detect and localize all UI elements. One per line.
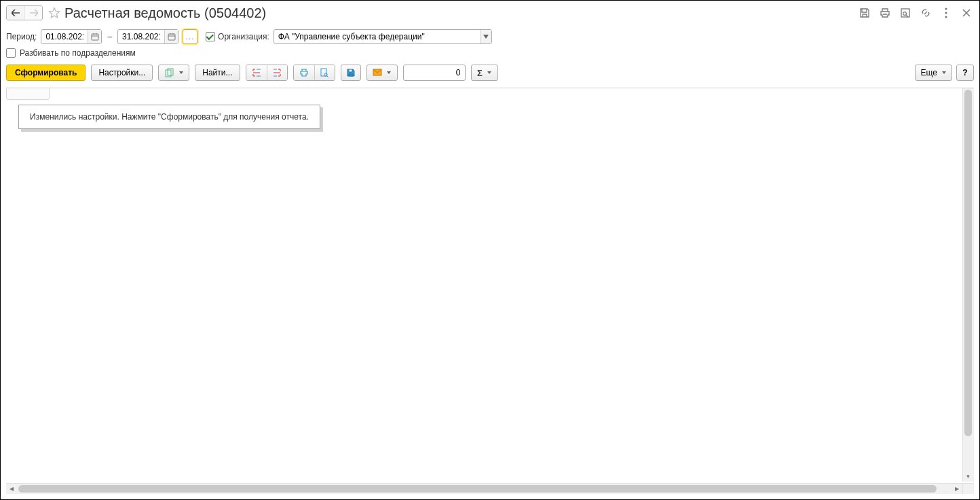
collapse-groups-button[interactable] <box>267 65 287 80</box>
sum-input[interactable] <box>404 65 465 80</box>
period-picker-button[interactable]: ... <box>183 29 197 44</box>
svg-rect-0 <box>901 9 909 17</box>
find-button[interactable]: Найти... <box>195 65 240 81</box>
toolbar-right: Еще ? <box>915 65 974 81</box>
date-to-calendar-icon[interactable] <box>164 30 178 43</box>
save-icon[interactable] <box>857 5 872 20</box>
link-icon[interactable] <box>918 5 933 20</box>
svg-point-3 <box>945 12 947 14</box>
hscroll-left-arrow[interactable]: ◀ <box>6 484 17 494</box>
kebab-menu-icon[interactable] <box>939 5 954 20</box>
date-from-input[interactable] <box>41 30 88 43</box>
expand-groups-button[interactable] <box>246 65 267 80</box>
close-icon[interactable] <box>959 5 974 20</box>
org-checkbox-wrap: Организация: <box>206 32 269 41</box>
nav-forward-button[interactable] <box>24 6 42 20</box>
settings-button[interactable]: Настройки... <box>91 65 153 81</box>
period-label: Период: <box>6 32 37 41</box>
sigma-icon: Σ <box>477 68 483 78</box>
expand-icon <box>252 68 261 77</box>
help-button[interactable]: ? <box>956 65 974 81</box>
sigma-button[interactable]: Σ <box>471 65 498 81</box>
header: Расчетная ведомость (0504402) <box>1 1 979 22</box>
date-separator: – <box>107 32 112 41</box>
svg-point-1 <box>903 12 907 16</box>
regenerate-hint: Изменились настройки. Нажмите "Сформиров… <box>18 105 320 129</box>
expand-collapse-group <box>246 65 288 81</box>
split-row: Разбивать по подразделениям <box>1 48 979 62</box>
toolbar-preview-button[interactable] <box>314 65 335 80</box>
svg-rect-9 <box>321 69 326 76</box>
vscroll-down-arrow[interactable]: ▼ <box>963 471 973 482</box>
more-button[interactable]: Еще <box>915 65 952 81</box>
more-label: Еще <box>921 68 937 77</box>
svg-rect-6 <box>168 34 175 40</box>
vertical-scrollbar[interactable]: ▼ <box>962 88 973 482</box>
preview-icon[interactable] <box>898 5 913 20</box>
favorite-star-icon[interactable] <box>47 5 62 20</box>
chevron-down-icon <box>387 71 391 74</box>
scroll-corner <box>962 483 973 494</box>
copy-icon <box>165 68 174 77</box>
variants-button[interactable] <box>158 65 189 81</box>
sheet-tab-stub[interactable] <box>6 88 50 100</box>
org-label: Организация: <box>218 32 269 41</box>
print-icon <box>299 68 309 77</box>
diskette-icon <box>346 68 356 77</box>
toolbar-save-button[interactable] <box>341 65 361 81</box>
header-actions <box>857 5 974 20</box>
svg-point-4 <box>945 16 947 18</box>
mail-icon <box>373 69 382 77</box>
arrow-right-icon <box>30 10 38 16</box>
svg-point-2 <box>945 7 947 10</box>
hint-text: Изменились настройки. Нажмите "Сформиров… <box>30 112 309 122</box>
toolbar-send-button[interactable] <box>366 65 398 81</box>
chevron-down-icon <box>942 71 946 74</box>
chevron-down-icon <box>179 71 183 74</box>
arrow-left-icon <box>12 10 20 16</box>
org-input[interactable] <box>274 30 480 43</box>
toolbar-print-button[interactable] <box>294 65 314 80</box>
nav-group <box>6 5 43 20</box>
date-from-box <box>41 29 102 44</box>
date-to-input[interactable] <box>118 30 164 43</box>
horizontal-scrollbar[interactable]: ◀ ▶ <box>6 483 962 494</box>
svg-rect-5 <box>92 34 98 40</box>
print-group <box>293 65 335 81</box>
filter-row: Период: – ... Организация: <box>1 22 979 48</box>
chevron-down-icon <box>483 35 489 39</box>
org-checkbox[interactable] <box>206 32 215 41</box>
print-icon[interactable] <box>878 5 892 20</box>
collapse-icon <box>272 68 282 77</box>
report-canvas: Изменились настройки. Нажмите "Сформиров… <box>6 88 974 494</box>
split-label: Разбивать по подразделениям <box>20 48 136 58</box>
nav-back-button[interactable] <box>7 6 24 20</box>
page-search-icon <box>320 68 329 77</box>
generate-button[interactable]: Сформировать <box>6 65 86 81</box>
sum-field <box>403 65 466 81</box>
org-dropdown-button[interactable] <box>480 30 491 43</box>
toolbar: Сформировать Настройки... Найти... <box>1 62 979 88</box>
date-from-calendar-icon[interactable] <box>88 30 101 43</box>
split-checkbox[interactable] <box>6 48 16 58</box>
chevron-down-icon <box>487 71 491 74</box>
date-to-box <box>117 29 178 44</box>
org-select <box>274 29 492 44</box>
hscroll-thumb[interactable] <box>18 485 937 493</box>
hscroll-right-arrow[interactable]: ▶ <box>951 484 962 494</box>
app-window: Расчетная ведомость (0504402) Период: <box>0 0 980 500</box>
page-title: Расчетная ведомость (0504402) <box>64 5 266 20</box>
vscroll-thumb[interactable] <box>964 90 972 436</box>
